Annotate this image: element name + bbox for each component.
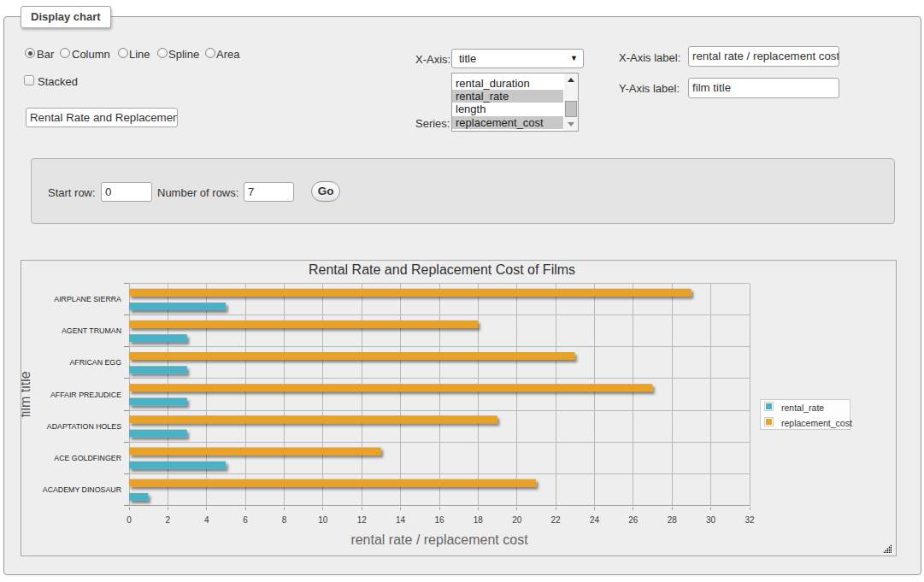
svg-text:14: 14 [396,515,406,525]
svg-text:rental rate / replacement cost: rental rate / replacement cost [350,532,528,547]
svg-text:16: 16 [434,515,444,525]
svg-text:AFRICAN EGG: AFRICAN EGG [69,358,121,367]
svg-text:6: 6 [243,515,248,525]
svg-text:ACADEMY DINOSAUR: ACADEMY DINOSAUR [43,485,121,494]
svg-text:8: 8 [282,515,287,525]
svg-text:28: 28 [668,515,678,525]
svg-text:4: 4 [204,515,209,525]
svg-text:30: 30 [706,515,716,525]
svg-text:22: 22 [551,515,562,525]
svg-text:26: 26 [628,515,639,525]
svg-text:AFFAIR PREJUDICE: AFFAIR PREJUDICE [50,391,121,399]
svg-text:AGENT TRUMAN: AGENT TRUMAN [62,326,121,335]
svg-text:0: 0 [127,515,132,525]
svg-text:ACE GOLDFINGER: ACE GOLDFINGER [54,454,121,462]
svg-text:film title: film title [21,371,32,417]
svg-text:Rental Rate and Replacement Co: Rental Rate and Replacement Cost of Film… [309,262,575,277]
svg-text:2: 2 [166,515,171,525]
svg-text:10: 10 [318,515,328,525]
svg-text:18: 18 [474,515,484,525]
svg-text:24: 24 [590,515,600,525]
svg-text:20: 20 [512,515,522,525]
svg-text:ADAPTATION HOLES: ADAPTATION HOLES [47,422,121,431]
svg-text:32: 32 [744,515,755,525]
svg-text:12: 12 [357,515,368,525]
svg-text:AIRPLANE SIERRA: AIRPLANE SIERRA [54,295,121,303]
